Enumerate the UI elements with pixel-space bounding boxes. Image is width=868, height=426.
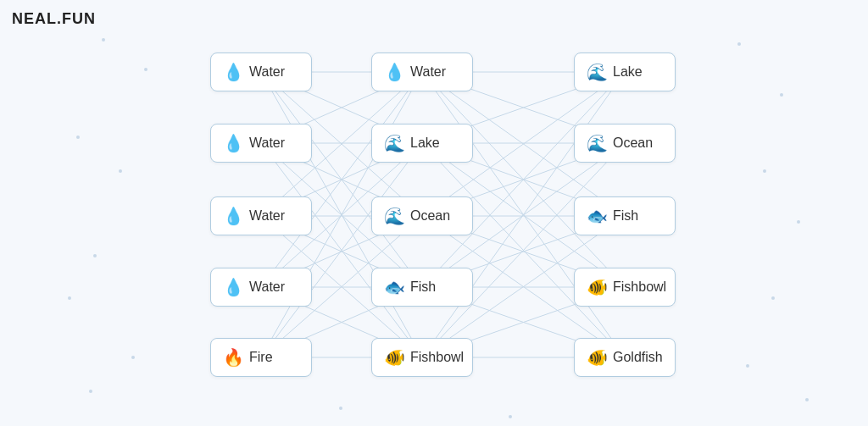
svg-line-40 — [422, 72, 625, 287]
node-r2c3[interactable]: 🌊Ocean — [574, 124, 676, 163]
node-icon-r5c1: 🔥 — [223, 349, 244, 366]
node-label-r5c3: Goldfish — [613, 350, 663, 365]
node-label-r2c2: Lake — [410, 136, 440, 151]
node-r5c1[interactable]: 🔥Fire — [210, 338, 312, 377]
node-icon-r5c2: 🐠 — [384, 349, 405, 366]
svg-line-15 — [261, 72, 422, 287]
node-icon-r3c2: 🌊 — [384, 207, 405, 224]
node-icon-r5c3: 🐠 — [587, 349, 608, 366]
node-label-r1c1: Water — [249, 64, 285, 80]
node-r5c3[interactable]: 🐠Goldfish — [574, 338, 676, 377]
node-icon-r1c3: 🌊 — [587, 64, 608, 80]
svg-line-3 — [261, 72, 422, 287]
node-icon-r1c2: 💧 — [384, 64, 405, 80]
node-label-r4c2: Fish — [410, 279, 436, 295]
node-label-r1c3: Lake — [613, 64, 643, 80]
node-icon-r3c3: 🐟 — [587, 207, 608, 224]
node-icon-r4c2: 🐟 — [384, 279, 405, 296]
node-r1c2[interactable]: 💧Water — [371, 53, 473, 91]
node-r2c1[interactable]: 💧Water — [210, 124, 312, 163]
node-r1c1[interactable]: 💧Water — [210, 53, 312, 91]
node-label-r4c1: Water — [249, 279, 285, 295]
node-icon-r4c1: 💧 — [223, 279, 244, 296]
node-r4c3[interactable]: 🐠Fishbowl — [574, 268, 676, 307]
node-r4c2[interactable]: 🐟Fish — [371, 268, 473, 307]
node-icon-r3c1: 💧 — [223, 207, 244, 224]
node-r1c3[interactable]: 🌊Lake — [574, 53, 676, 91]
svg-line-9 — [261, 143, 422, 357]
svg-line-21 — [261, 143, 422, 357]
node-icon-r2c2: 🌊 — [384, 135, 405, 152]
node-label-r4c3: Fishbowl — [613, 279, 666, 295]
node-r5c2[interactable]: 🐠Fishbowl — [371, 338, 473, 377]
node-label-r5c2: Fishbowl — [410, 350, 464, 365]
node-label-r2c3: Ocean — [613, 136, 653, 151]
node-r2c2[interactable]: 🌊Lake — [371, 124, 473, 163]
node-r3c2[interactable]: 🌊Ocean — [371, 196, 473, 235]
node-icon-r2c1: 💧 — [223, 135, 244, 152]
node-label-r3c3: Fish — [613, 208, 638, 224]
node-label-r3c2: Ocean — [410, 208, 450, 224]
node-r3c3[interactable]: 🐟Fish — [574, 196, 676, 235]
svg-line-34 — [422, 143, 625, 357]
node-label-r1c2: Water — [410, 64, 446, 80]
node-icon-r4c3: 🐠 — [587, 279, 608, 296]
node-label-r2c1: Water — [249, 136, 285, 151]
node-label-r3c1: Water — [249, 208, 285, 224]
node-r4c1[interactable]: 💧Water — [210, 268, 312, 307]
node-icon-r2c3: 🌊 — [587, 135, 608, 152]
svg-line-46 — [422, 143, 625, 357]
node-label-r5c1: Fire — [249, 350, 273, 365]
node-r3c1[interactable]: 💧Water — [210, 196, 312, 235]
svg-line-28 — [422, 72, 625, 287]
node-icon-r1c1: 💧 — [223, 64, 244, 80]
logo: NEAL.FUN — [12, 10, 96, 28]
